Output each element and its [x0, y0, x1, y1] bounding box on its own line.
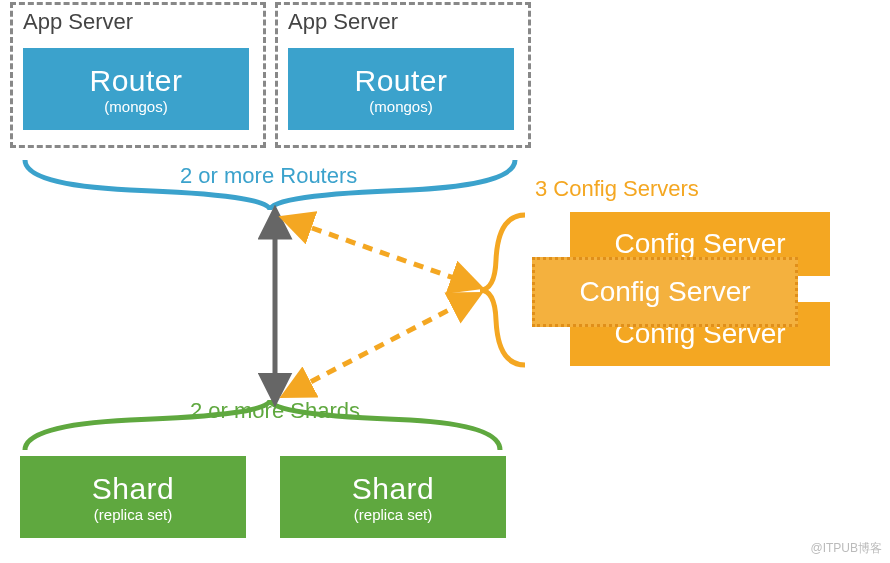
shards-group-label: 2 or more Shards: [190, 398, 360, 424]
router-block-1: Router (mongos): [23, 48, 249, 130]
shard-sub-2: (replica set): [354, 506, 432, 523]
shard-title-2: Shard: [352, 472, 435, 506]
router-title-1: Router: [89, 64, 182, 98]
router-title-2: Router: [354, 64, 447, 98]
config-server-2: Config Server: [532, 257, 798, 327]
arrow-router-config-icon: [295, 222, 468, 283]
brace-config-icon: [480, 215, 525, 365]
app-server-title-1: App Server: [23, 9, 253, 35]
shard-sub-1: (replica set): [94, 506, 172, 523]
config-title-1: Config Server: [614, 228, 785, 260]
shard-title-1: Shard: [92, 472, 175, 506]
shard-block-1: Shard (replica set): [20, 456, 246, 538]
routers-group-label: 2 or more Routers: [180, 163, 357, 189]
config-group-label: 3 Config Servers: [535, 176, 699, 202]
router-sub-1: (mongos): [104, 98, 167, 115]
shard-block-2: Shard (replica set): [280, 456, 506, 538]
router-sub-2: (mongos): [369, 98, 432, 115]
router-block-2: Router (mongos): [288, 48, 514, 130]
arrow-shard-config-icon: [295, 300, 468, 390]
config-title-2: Config Server: [579, 276, 750, 308]
watermark: @ITPUB博客: [810, 540, 882, 557]
app-server-title-2: App Server: [288, 9, 518, 35]
